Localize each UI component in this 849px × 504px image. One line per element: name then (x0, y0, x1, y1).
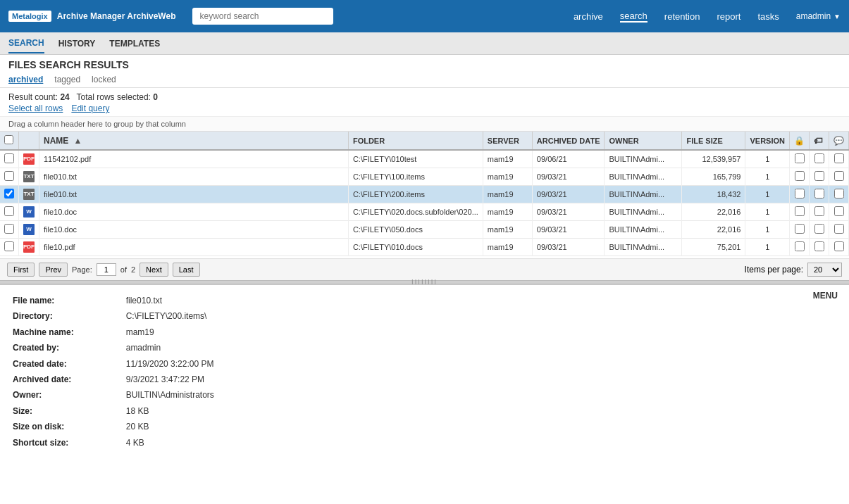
sub-nav-templates[interactable]: TEMPLATES (109, 34, 160, 53)
table-row[interactable]: PDF file10.pdf C:\FILETY\010.docs mam19 … (0, 239, 849, 256)
filter-tab-locked[interactable]: locked (92, 75, 116, 84)
file-type-icon: PDF (23, 153, 35, 165)
nav-amadmin[interactable]: amadmin ▼ (796, 11, 841, 21)
row-lock-checkbox[interactable] (795, 171, 805, 181)
detail-menu[interactable]: MENU (813, 291, 838, 301)
th-folder[interactable]: FOLDER (348, 132, 483, 150)
row-checkbox-cell (0, 186, 19, 203)
th-name[interactable]: NAME ▲ (39, 132, 349, 150)
next-button[interactable]: Next (140, 263, 168, 277)
detail-row: Machine name: mam19 (13, 325, 214, 339)
nav-retention[interactable]: retention (664, 11, 700, 22)
row-server: mam19 (483, 186, 532, 203)
th-select-all[interactable] (0, 132, 19, 150)
th-version[interactable]: VERSION (745, 132, 790, 150)
table-wrapper[interactable]: NAME ▲ FOLDER SERVER ARCHIVED DATE OWNER… (0, 132, 849, 258)
first-button[interactable]: First (7, 263, 35, 277)
th-owner[interactable]: OWNER (605, 132, 682, 150)
row-checkbox-cell (0, 203, 19, 221)
select-all-rows-link[interactable]: Select all rows (8, 103, 63, 113)
row-checkbox[interactable] (4, 153, 14, 163)
th-file-icon (19, 132, 39, 150)
detail-row: Archived date: 9/3/2021 3:47:22 PM (13, 372, 214, 386)
row-tag-checkbox[interactable] (814, 189, 824, 199)
th-lock: 🔒 (790, 132, 810, 150)
rows-selected-value: 0 (153, 92, 158, 102)
filter-tab-tagged[interactable]: tagged (54, 75, 80, 84)
row-name: file10.doc (39, 203, 349, 221)
row-archived-date: 09/03/21 (532, 186, 605, 203)
row-lock-cell (790, 221, 810, 239)
row-checkbox[interactable] (4, 206, 14, 216)
row-file-size: 22,016 (682, 203, 745, 221)
row-name: 11542102.pdf (39, 150, 349, 168)
row-note-checkbox[interactable] (834, 189, 844, 199)
row-archived-date: 09/03/21 (532, 203, 605, 221)
row-lock-checkbox[interactable] (795, 206, 805, 216)
row-file-size: 165,799 (682, 168, 745, 186)
row-tag-checkbox[interactable] (814, 224, 824, 234)
nav-tasks[interactable]: tasks (757, 11, 779, 22)
detail-row: File name: file010.txt (13, 294, 214, 308)
row-note-checkbox[interactable] (834, 241, 844, 251)
table-row[interactable]: W file10.doc C:\FILETY\020.docs.subfolde… (0, 203, 849, 221)
row-note-checkbox[interactable] (834, 206, 844, 216)
table-row[interactable]: W file10.doc C:\FILETY\050.docs mam19 09… (0, 221, 849, 239)
row-checkbox[interactable] (4, 171, 14, 181)
row-note-checkbox[interactable] (834, 153, 844, 163)
main-content: FILES SEARCH RESULTS archived tagged loc… (0, 55, 849, 504)
detail-row: Directory: C:\FILETY\200.items\ (13, 309, 214, 323)
row-version: 1 (745, 186, 790, 203)
page-input[interactable] (97, 263, 116, 276)
row-lock-checkbox[interactable] (795, 241, 805, 251)
table-row[interactable]: PDF 11542102.pdf C:\FILETY\010test mam19… (0, 150, 849, 168)
detail-row: Shortcut size: 4 KB (13, 436, 214, 446)
nav-archive[interactable]: archive (574, 11, 603, 22)
file-type-icon: W (23, 206, 35, 218)
nav-search[interactable]: search (620, 11, 647, 23)
table-row[interactable]: TXT file010.txt C:\FILETY\200.items mam1… (0, 186, 849, 203)
row-note-cell (829, 150, 849, 168)
row-lock-cell (790, 239, 810, 256)
row-lock-checkbox[interactable] (795, 153, 805, 163)
row-icon-cell: PDF (19, 239, 39, 256)
th-archived-date[interactable]: ARCHIVED DATE (532, 132, 605, 150)
keyword-search-input[interactable] (192, 8, 333, 25)
row-tag-checkbox[interactable] (814, 206, 824, 216)
row-tag-cell (810, 186, 829, 203)
select-all-checkbox[interactable] (4, 135, 13, 144)
row-folder: C:\FILETY\010.docs (348, 239, 483, 256)
row-checkbox[interactable] (4, 241, 14, 251)
row-owner: BUILTIN\Admi... (605, 150, 682, 168)
row-note-checkbox[interactable] (834, 224, 844, 234)
header-nav: archive search retention report tasks am… (574, 11, 841, 23)
prev-button[interactable]: Prev (39, 263, 68, 277)
table-row[interactable]: TXT file010.txt C:\FILETY\100.items mam1… (0, 168, 849, 186)
sub-nav-search[interactable]: SEARCH (8, 34, 44, 53)
filter-tab-archived[interactable]: archived (8, 75, 43, 84)
detail-value: BUILTIN\Administrators (126, 388, 214, 402)
row-tag-checkbox[interactable] (814, 171, 824, 181)
nav-report[interactable]: report (717, 11, 740, 22)
edit-query-link[interactable]: Edit query (71, 103, 109, 113)
tag-icon: 🏷 (814, 136, 822, 146)
row-lock-checkbox[interactable] (795, 189, 805, 199)
detail-value: 4 KB (126, 436, 214, 446)
pagination-bar: First Prev Page: of 2 Next Last Items pe… (0, 258, 849, 280)
row-version: 1 (745, 221, 790, 239)
sub-nav-history[interactable]: HISTORY (58, 34, 96, 53)
row-checkbox[interactable] (4, 189, 14, 199)
row-lock-checkbox[interactable] (795, 224, 805, 234)
row-tag-checkbox[interactable] (814, 241, 824, 251)
last-button[interactable]: Last (173, 263, 200, 277)
row-checkbox[interactable] (4, 224, 14, 234)
row-version: 1 (745, 203, 790, 221)
row-tag-checkbox[interactable] (814, 153, 824, 163)
row-tag-cell (810, 203, 829, 221)
items-per-page-select[interactable]: 20 50 100 (807, 263, 842, 277)
th-server[interactable]: SERVER (483, 132, 532, 150)
row-checkbox-cell (0, 150, 19, 168)
th-file-size[interactable]: FILE SIZE (682, 132, 745, 150)
row-lock-cell (790, 203, 810, 221)
row-note-checkbox[interactable] (834, 171, 844, 181)
